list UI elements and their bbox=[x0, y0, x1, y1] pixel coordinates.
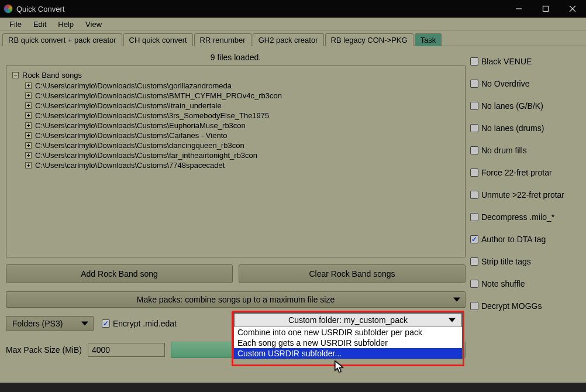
tree-expand-icon[interactable]: + bbox=[25, 152, 32, 159]
encrypt-checkbox[interactable]: Encrypt .mid.edat bbox=[102, 319, 177, 328]
dropdown-option[interactable]: Each song gets a new USRDIR subfolder bbox=[234, 338, 462, 348]
output-kind-select[interactable]: Folders (PS3) bbox=[6, 316, 94, 331]
option-checkbox[interactable]: Unmute >22-fret protar bbox=[470, 184, 582, 206]
dropdown-option[interactable]: Combine into one new USRDIR subfolder pe… bbox=[234, 327, 462, 338]
status-bar bbox=[0, 383, 586, 392]
tree-collapse-icon[interactable]: − bbox=[12, 72, 19, 78]
tab-rr-renumber[interactable]: RR renumber bbox=[194, 33, 251, 46]
dropdown-option-selected[interactable]: Custom USRDIR subfolder... bbox=[234, 348, 462, 359]
svg-rect-0 bbox=[543, 6, 549, 12]
custom-folder-dropdown[interactable]: Custom folder: my_custom_pack Combine in… bbox=[232, 311, 464, 366]
status-text: 9 files loaded. bbox=[6, 51, 466, 66]
encrypt-label: Encrypt .mid.edat bbox=[113, 319, 177, 328]
option-checkbox[interactable]: Decompress .milo_* bbox=[470, 206, 582, 228]
option-checkbox[interactable]: No lanes (drums) bbox=[470, 117, 582, 139]
menu-bar: File Edit Help View bbox=[0, 18, 586, 30]
tree-item[interactable]: +C:\Users\carlmylo\Downloads\Customs\far… bbox=[25, 150, 459, 160]
option-label: Note shuffle bbox=[481, 279, 525, 288]
option-label: Unmute >22-fret protar bbox=[481, 190, 564, 200]
option-checkbox[interactable]: No Overdrive bbox=[470, 73, 582, 95]
checkbox-icon bbox=[470, 146, 478, 154]
tree-expand-icon[interactable]: + bbox=[25, 82, 32, 89]
option-label: No drum fills bbox=[481, 146, 527, 155]
option-checkbox[interactable]: Author to DTA tag bbox=[470, 228, 582, 250]
option-checkbox[interactable]: Strip title tags bbox=[470, 250, 582, 273]
option-checkbox[interactable]: Note shuffle bbox=[470, 273, 582, 295]
maxpack-value: 4000 bbox=[92, 345, 110, 355]
tree-item-label: C:\Users\carlmylo\Downloads\Customs\7748… bbox=[35, 161, 225, 170]
menu-file[interactable]: File bbox=[4, 20, 27, 29]
tree-expand-icon[interactable]: + bbox=[25, 102, 32, 109]
close-icon bbox=[569, 5, 576, 12]
song-tree[interactable]: − Rock Band songs +C:\Users\carlmylo\Dow… bbox=[6, 66, 466, 257]
window-minimize-button[interactable] bbox=[505, 0, 532, 18]
tree-expand-icon[interactable]: + bbox=[25, 162, 32, 169]
option-label: No lanes (G/B/K) bbox=[481, 101, 543, 111]
maxpack-label: Max Pack Size (MiB) bbox=[6, 345, 82, 355]
tab-gh2-pack-creator[interactable]: GH2 pack creator bbox=[253, 33, 324, 46]
tab-ch-quick-convert[interactable]: CH quick convert bbox=[123, 33, 193, 46]
option-checkbox[interactable]: Decrypt MOGGs bbox=[470, 295, 582, 317]
tree-expand-icon[interactable]: + bbox=[25, 132, 32, 139]
option-label: Author to DTA tag bbox=[481, 235, 546, 244]
custom-folder-options-list: Combine into one new USRDIR subfolder pe… bbox=[233, 327, 463, 359]
tree-item-label: C:\Users\carlmylo\Downloads\Customs\3rs_… bbox=[35, 111, 269, 120]
tree-expand-icon[interactable]: + bbox=[25, 92, 32, 99]
tree-item[interactable]: +C:\Users\carlmylo\Downloads\Customs\BMT… bbox=[25, 91, 459, 101]
checkbox-icon bbox=[470, 235, 478, 243]
add-song-button[interactable]: Add Rock Band song bbox=[6, 264, 233, 283]
option-label: Decrypt MOGGs bbox=[481, 301, 542, 311]
tree-item[interactable]: +C:\Users\carlmylo\Downloads\Customs\3rs… bbox=[25, 111, 459, 121]
tree-item[interactable]: +C:\Users\carlmylo\Downloads\Customs\ltr… bbox=[25, 101, 459, 111]
option-label: No lanes (drums) bbox=[481, 123, 544, 133]
option-label: No Overdrive bbox=[481, 79, 529, 88]
chevron-down-icon bbox=[449, 318, 456, 322]
tree-item[interactable]: +C:\Users\carlmylo\Downloads\Customs\dan… bbox=[25, 140, 459, 150]
output-kind-value: Folders (PS3) bbox=[12, 319, 63, 328]
checkbox-icon bbox=[470, 57, 478, 66]
menu-help[interactable]: Help bbox=[52, 20, 80, 29]
clear-songs-button[interactable]: Clear Rock Band songs bbox=[239, 264, 466, 283]
tree-expand-icon[interactable]: + bbox=[25, 122, 32, 129]
checkbox-icon bbox=[470, 80, 478, 88]
pack-mode-select[interactable]: Make packs: combine songs up to a maximu… bbox=[6, 291, 466, 308]
tree-expand-icon[interactable]: + bbox=[25, 142, 32, 149]
checkbox-icon bbox=[470, 280, 478, 288]
checkbox-icon bbox=[102, 319, 110, 328]
option-checkbox[interactable]: Force 22-fret protar bbox=[470, 161, 582, 184]
menu-view[interactable]: View bbox=[80, 20, 108, 29]
tree-item[interactable]: +C:\Users\carlmylo\Downloads\Customs\gor… bbox=[25, 81, 459, 91]
tab-rb-quick-convert[interactable]: RB quick convert + pack creator bbox=[2, 33, 122, 46]
chevron-down-icon bbox=[453, 298, 460, 302]
checkbox-icon bbox=[470, 124, 478, 132]
option-label: Black VENUE bbox=[481, 57, 532, 66]
option-label: Decompress .milo_* bbox=[481, 212, 554, 222]
window-close-button[interactable] bbox=[559, 0, 586, 18]
add-song-label: Add Rock Band song bbox=[81, 269, 158, 278]
tree-item[interactable]: +C:\Users\carlmylo\Downloads\Customs\Eup… bbox=[25, 121, 459, 130]
maxpack-input[interactable]: 4000 bbox=[88, 343, 165, 357]
window-title: Quick Convert bbox=[16, 5, 64, 13]
tab-rb-legacy[interactable]: RB legacy CON->PKG bbox=[325, 33, 413, 46]
tree-item-label: C:\Users\carlmylo\Downloads\Customs\BMTH… bbox=[35, 91, 282, 100]
tab-task[interactable]: Task bbox=[415, 33, 442, 46]
window-maximize-button[interactable] bbox=[532, 0, 559, 18]
pack-mode-value: Make packs: combine songs up to a maximu… bbox=[137, 295, 335, 304]
maximize-icon bbox=[542, 5, 549, 12]
tree-item-label: C:\Users\carlmylo\Downloads\Customs\ltra… bbox=[35, 101, 222, 110]
option-checkbox[interactable]: No lanes (G/B/K) bbox=[470, 95, 582, 117]
custom-folder-value: Custom folder: my_custom_pack bbox=[288, 315, 408, 325]
option-checkbox[interactable]: No drum fills bbox=[470, 139, 582, 161]
option-label: Strip title tags bbox=[481, 257, 531, 266]
checkbox-icon bbox=[470, 169, 478, 177]
tree-item[interactable]: +C:\Users\carlmylo\Downloads\Customs\774… bbox=[25, 160, 459, 170]
option-checkbox[interactable]: Black VENUE bbox=[470, 50, 582, 73]
checkbox-icon bbox=[470, 213, 478, 221]
tree-item[interactable]: +C:\Users\carlmylo\Downloads\Customs\Cai… bbox=[25, 130, 459, 140]
menu-edit[interactable]: Edit bbox=[27, 20, 52, 29]
minimize-icon bbox=[515, 5, 522, 12]
tree-expand-icon[interactable]: + bbox=[25, 112, 32, 119]
chevron-down-icon bbox=[81, 322, 88, 326]
tree-root-label: Rock Band songs bbox=[22, 71, 82, 80]
tree-item-label: C:\Users\carlmylo\Downloads\Customs\gori… bbox=[35, 81, 232, 90]
